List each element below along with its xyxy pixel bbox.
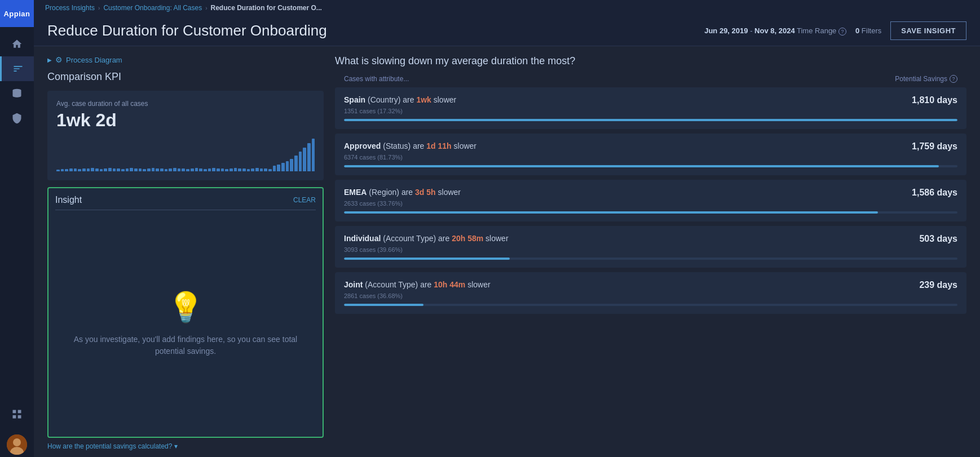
user-avatar[interactable] <box>0 432 34 457</box>
insight-item-days: 1,759 days <box>912 141 957 152</box>
bar-chart-bar <box>221 168 224 171</box>
sidebar-item-insights[interactable] <box>0 56 34 81</box>
bar-chart-bar <box>242 168 246 171</box>
bar-chart-bar <box>273 166 276 171</box>
insight-item-header: Individual (Account Type) are 20h 58m sl… <box>344 234 957 244</box>
left-panel: ⚙ Process Diagram Comparison KPI Avg. ca… <box>47 55 324 450</box>
bar-chart-bar <box>130 168 133 171</box>
right-panel: What is slowing down my average duration… <box>335 55 966 450</box>
app-logo: Appian <box>0 0 34 27</box>
how-calculated-text: How are the potential savings calculated… <box>47 442 172 450</box>
time-range-info-icon[interactable]: ? <box>838 28 846 36</box>
progress-bar-fill <box>344 119 957 121</box>
bar-chart-bar <box>108 168 112 171</box>
insight-clear-button[interactable]: CLEAR <box>293 196 316 204</box>
bar-chart-bar <box>225 169 228 171</box>
bar-chart-bar <box>247 169 250 171</box>
bar-chart-bar <box>82 168 86 171</box>
process-diagram-link[interactable]: ⚙ Process Diagram <box>47 55 324 64</box>
insight-item-slow-value: 1d 11h <box>426 141 451 150</box>
filters-count: 0 <box>855 26 859 35</box>
breadcrumb-current: Reduce Duration for Customer O... <box>210 4 321 12</box>
cases-attribute-label: Cases with attribute... <box>344 75 409 83</box>
insight-item-label: Joint (Account Type) are 10h 44m slower <box>344 280 491 289</box>
bar-chart-bar <box>104 168 107 171</box>
bar-chart-bar <box>139 168 142 171</box>
slow-table-header: Cases with attribute... Potential Saving… <box>335 75 966 87</box>
sidebar-item-shield[interactable] <box>0 106 34 131</box>
bar-chart-bar <box>69 168 73 171</box>
insight-item-type: (Account Type) are <box>383 234 452 243</box>
insight-item[interactable]: EMEA (Region) are 3d 5h slower 1,586 day… <box>335 180 966 221</box>
save-insight-button[interactable]: SAVE INSIGHT <box>890 21 966 40</box>
insight-divider <box>55 210 316 210</box>
insight-empty-text: As you investigate, you'll add findings … <box>67 334 304 357</box>
time-range-end: Nov 8, 2024 <box>754 26 795 35</box>
bar-chart-bar <box>173 168 176 171</box>
header-right: Jun 29, 2019 - Nov 8, 2024 Time Range ? … <box>704 21 966 40</box>
sidebar-item-home[interactable] <box>0 32 34 56</box>
bar-chart-bar <box>169 168 172 171</box>
how-calculated-link[interactable]: How are the potential savings calculated… <box>47 442 324 450</box>
bar-chart-bar <box>229 168 233 171</box>
bar-chart-bar <box>208 168 211 171</box>
insight-item-label: Spain (Country) are 1wk slower <box>344 95 456 104</box>
insight-item-slower: slower <box>467 280 490 289</box>
how-calculated-chevron: ▾ <box>174 442 178 450</box>
progress-bar-bg <box>344 119 957 121</box>
bar-chart-bar <box>143 169 146 171</box>
insight-items-list: Spain (Country) are 1wk slower 1,810 day… <box>335 87 966 318</box>
bar-chart-bar <box>182 168 185 171</box>
page-header: Reduce Duration for Customer Onboarding … <box>34 16 980 46</box>
insight-item-slow-value: 20h 58m <box>452 234 483 243</box>
filters: 0 Filters <box>855 26 881 35</box>
kpi-card: Avg. case duration of all cases 1wk 2d <box>47 91 324 180</box>
svg-point-2 <box>13 438 21 446</box>
progress-bar-fill <box>344 304 423 306</box>
sidebar-item-grid[interactable] <box>0 402 34 427</box>
content-area: ⚙ Process Diagram Comparison KPI Avg. ca… <box>34 46 980 457</box>
insight-item-header: Spain (Country) are 1wk slower 1,810 day… <box>344 95 957 105</box>
bar-chart-bar <box>204 169 207 171</box>
time-range: Jun 29, 2019 - Nov 8, 2024 Time Range ? <box>704 26 846 36</box>
insight-item-type: (Status) are <box>383 141 426 150</box>
breadcrumb-all-cases[interactable]: Customer Onboarding: All Cases <box>103 4 202 12</box>
bar-chart-bar <box>303 148 306 171</box>
bar-chart-bar <box>290 159 293 171</box>
bar-chart-bar <box>165 169 168 171</box>
insight-item[interactable]: Individual (Account Type) are 20h 58m sl… <box>335 226 966 268</box>
progress-bar-fill <box>344 165 939 167</box>
main-content: Process Insights › Customer Onboarding: … <box>34 0 980 457</box>
bar-chart <box>56 137 315 171</box>
insight-item-type: (Account Type) are <box>365 280 434 289</box>
insight-item-attribute: Spain <box>344 95 365 104</box>
bar-chart-bar <box>294 156 298 171</box>
bar-chart-bar <box>299 152 302 171</box>
progress-bar-fill <box>344 211 878 214</box>
bar-chart-bar <box>191 168 194 171</box>
sidebar: Appian <box>0 0 34 457</box>
insight-item-sub: 2633 cases (33.76%) <box>344 200 957 207</box>
insight-item[interactable]: Spain (Country) are 1wk slower 1,810 day… <box>335 87 966 129</box>
savings-info-icon[interactable]: ? <box>950 75 957 83</box>
progress-bar-bg <box>344 258 957 260</box>
insight-item-attribute: EMEA <box>344 188 367 197</box>
insight-item-label: EMEA (Region) are 3d 5h slower <box>344 188 461 197</box>
insight-item[interactable]: Joint (Account Type) are 10h 44m slower … <box>335 272 966 314</box>
breadcrumb-process-insights[interactable]: Process Insights <box>45 4 95 12</box>
bar-chart-bar <box>238 168 241 171</box>
insight-item[interactable]: Approved (Status) are 1d 11h slower 1,75… <box>335 134 966 175</box>
bar-chart-bar <box>113 168 116 171</box>
insight-header: Insight CLEAR <box>55 195 316 205</box>
bar-chart-bar <box>61 169 64 171</box>
insight-empty-state: 💡 As you investigate, you'll add finding… <box>55 217 316 430</box>
insight-item-header: EMEA (Region) are 3d 5h slower 1,586 day… <box>344 188 957 198</box>
insight-item-attribute: Approved <box>344 141 381 150</box>
insight-item-slower: slower <box>438 188 461 197</box>
insight-item-slow-value: 3d 5h <box>415 188 436 197</box>
page-title: Reduce Duration for Customer Onboarding <box>47 22 327 39</box>
logo-text: Appian <box>3 10 30 18</box>
kpi-value: 1wk 2d <box>56 110 315 131</box>
insight-item-slower: slower <box>434 95 456 104</box>
sidebar-item-database[interactable] <box>0 81 34 106</box>
